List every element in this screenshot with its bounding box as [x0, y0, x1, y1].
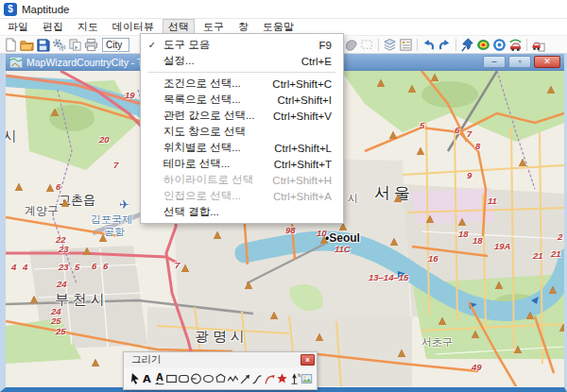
arrow-tool[interactable] [239, 371, 251, 385]
text-tool[interactable]: A [141, 371, 153, 385]
layers-icon[interactable] [382, 37, 398, 53]
road-number-label: 6 [455, 125, 459, 135]
curved-arrow-tool[interactable] [264, 371, 276, 385]
menu-item-label: 조건으로 선택... [163, 77, 272, 91]
route-report-icon[interactable] [530, 37, 546, 53]
rectangle-tool[interactable] [165, 371, 178, 385]
road-number-label: 49 [472, 362, 482, 372]
road-number-label: 20 [99, 134, 110, 145]
road-number-label: 6 [92, 261, 96, 271]
peak-marker-icon [526, 312, 534, 319]
road-number-label: 5 [420, 120, 424, 130]
road-number-label: 5 [75, 262, 79, 272]
menu-item-하이라이트로 선택: 하이라이트로 선택Ctrl+Shift+H [141, 172, 343, 188]
peak-marker-icon [549, 286, 557, 294]
palette-close-button[interactable]: x [301, 354, 315, 366]
menu-item-label: 관련 값으로 선택... [163, 109, 273, 123]
peak-marker-icon [61, 199, 69, 207]
menu-item-관련 값으로 선택[interactable]: 관련 값으로 선택...Ctrl+Shift+V [141, 108, 343, 124]
menu-item-label: 지도 창으로 선택 [163, 125, 332, 139]
peak-marker-icon [426, 215, 434, 223]
peak-marker-icon [559, 324, 564, 332]
peak-marker-icon [472, 331, 479, 338]
minimize-button[interactable]: – [483, 56, 506, 68]
ellipse-tool[interactable] [202, 371, 215, 385]
peak-marker-icon [316, 333, 323, 341]
print-icon[interactable] [83, 37, 99, 53]
label-anchor-tool[interactable]: A [153, 371, 165, 385]
peak-marker-icon [390, 238, 398, 246]
svg-text:A: A [156, 372, 163, 383]
traffic-icon[interactable] [507, 37, 524, 53]
peak-marker-icon [270, 312, 278, 319]
map-thumbnail-icon [9, 57, 23, 68]
road-number-label: 98 [285, 225, 296, 235]
menu-item-shortcut: Ctrl+Shift+C [272, 78, 343, 90]
legend-icon[interactable] [398, 37, 414, 53]
peak-marker-icon [214, 231, 221, 239]
road-number-label: 4 [23, 262, 27, 272]
toolbar-separator [455, 39, 456, 51]
menu-item-지도[interactable]: 지도 [72, 19, 104, 35]
new-document-icon[interactable] [3, 37, 19, 53]
redo-icon[interactable] [437, 37, 453, 53]
menu-item-지도 창으로 선택[interactable]: 지도 창으로 선택 [141, 124, 343, 140]
road-number-label: 19A [494, 241, 510, 251]
map-label: 서초구 [421, 335, 453, 349]
menu-item-편집[interactable]: 편집 [37, 19, 69, 35]
menu-item-파일[interactable]: 파일 [2, 19, 34, 35]
circle-radius-tool[interactable] [190, 371, 202, 385]
peak-marker-icon [519, 159, 526, 166]
duplicate-icon[interactable] [67, 37, 83, 53]
road-number-label: 8 [475, 141, 480, 151]
area-select-icon[interactable] [359, 37, 375, 53]
curve-tool[interactable] [251, 371, 264, 385]
scale-dropdown[interactable]: City [102, 38, 129, 52]
undo-icon[interactable] [421, 37, 437, 53]
star-tool[interactable] [276, 371, 288, 385]
menu-item-인접으로 선택: 인접으로 선택...Ctrl+Shift+A [141, 188, 343, 204]
maximize-button[interactable]: ▫ [508, 56, 531, 68]
road-number-label: 7 [467, 128, 472, 139]
menu-item-shortcut: Ctrl+Shift+V [273, 111, 343, 122]
menu-item-조건으로 선택[interactable]: 조건으로 선택...Ctrl+Shift+C [141, 76, 343, 92]
polygon-tool[interactable] [215, 371, 227, 385]
pointer-tool[interactable] [129, 371, 141, 385]
freehand-select-icon[interactable] [343, 37, 359, 53]
menu-separator [148, 72, 335, 73]
peak-marker-icon [181, 264, 189, 272]
menu-item-label: 목록으로 선택... [163, 93, 277, 107]
peak-marker-icon [495, 281, 503, 289]
app-logo-icon: $ [4, 3, 17, 16]
menu-item-선택 결합[interactable]: 선택 결합... [141, 204, 343, 220]
menu-item-위치별로 선택[interactable]: 위치별로 선택...Ctrl+Shift+L [141, 140, 343, 156]
peak-marker-icon [15, 183, 23, 191]
settings-gears-icon[interactable] [51, 37, 67, 53]
road-number-label: 24 [57, 279, 67, 289]
open-folder-icon[interactable] [19, 37, 35, 53]
menu-item-테마로 선택[interactable]: 테마로 선택...Ctrl+Shift+T [141, 156, 343, 172]
road-number-label: 23 [59, 244, 69, 254]
save-icon[interactable] [35, 37, 51, 53]
menu-item-shortcut: Ctrl+Shift+T [274, 159, 343, 170]
menu-item-shortcut: Ctrl+Shift+L [274, 143, 343, 154]
close-button[interactable]: ✕ [534, 56, 560, 68]
peak-marker-icon [83, 247, 91, 255]
rounded-rectangle-tool[interactable] [178, 371, 190, 385]
app-title: Maptitude [22, 4, 70, 15]
buffer-target-icon[interactable] [491, 37, 507, 53]
peak-marker-icon [46, 184, 54, 192]
pushpin-icon[interactable] [459, 37, 475, 53]
peak-marker-icon [51, 109, 59, 116]
image-tool[interactable] [301, 371, 313, 385]
menu-item-목록으로 선택[interactable]: 목록으로 선택...Ctrl+Shift+I [141, 92, 343, 108]
road-number-label: 19 [125, 90, 135, 100]
peak-marker-icon [320, 236, 328, 244]
drawing-palette: 그리기 x AAN [123, 351, 318, 390]
north-arrow-tool[interactable]: N [288, 371, 301, 385]
menu-item-설정[interactable]: 설정...Ctrl+E [141, 53, 343, 69]
menu-item-label: 인접으로 선택... [163, 189, 273, 203]
menu-item-도구 모음[interactable]: ✓도구 모음F9 [141, 37, 343, 53]
heatmap-icon[interactable] [475, 37, 491, 53]
polyline-tool[interactable] [227, 371, 239, 385]
